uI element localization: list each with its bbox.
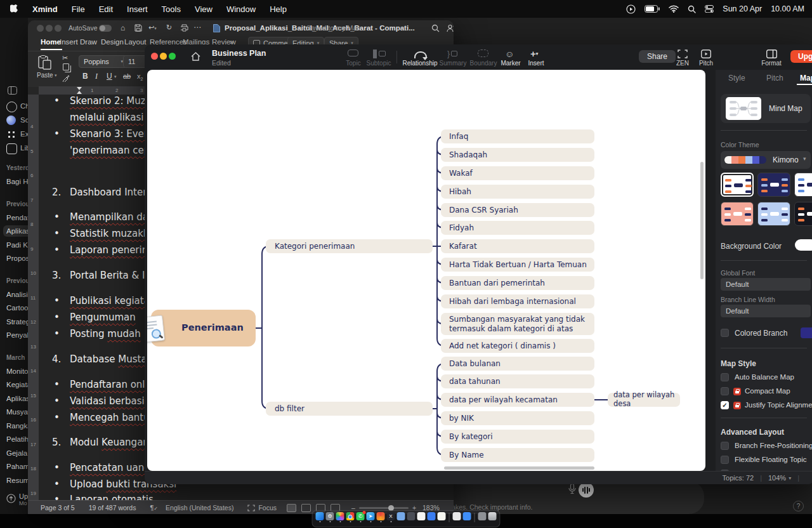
save-icon[interactable] [134,24,142,32]
sidebar-nav-exp[interactable]: Exp [20,130,28,138]
menu-item-window[interactable]: Window [226,4,256,14]
menu-item-insert[interactable]: Insert [127,4,148,14]
sidebar-chat-item[interactable]: Musyaw [6,408,28,416]
subtopic-node[interactable]: Kafarat [441,239,594,253]
minimize-button[interactable] [160,53,167,60]
subtopic-node[interactable]: Hibah dari lembaga internasional [441,294,594,308]
strikethrough-button[interactable]: ab [123,72,131,80]
indent-marker-hanging[interactable] [77,91,82,94]
structure-card[interactable]: Mind Map [721,94,811,123]
dock-item-whatsapp[interactable]: ✆ [357,512,365,522]
language-indicator[interactable]: English (United States) [166,504,233,512]
dock-item-xmind[interactable]: X [387,512,395,522]
textedit-icon[interactable] [453,512,461,520]
dock-item-textedit[interactable] [453,512,461,520]
menu-app-name[interactable]: Xmind [32,4,58,14]
sidebar-chat-item[interactable]: Bagi Has [6,178,28,185]
horizontal-scrollbar[interactable] [444,466,594,470]
theme-option[interactable] [757,173,790,197]
close-button[interactable] [151,53,158,60]
zoom-chevron-icon[interactable]: ▾ [789,475,791,481]
tab-layout[interactable]: Layout [124,38,147,46]
sidebar-chat-item[interactable]: Pendafta [6,214,28,221]
insert-icon[interactable]: +▾ [530,50,542,58]
share-person-icon[interactable] [447,24,454,32]
home-icon[interactable] [190,51,201,62]
zoom-button[interactable] [169,53,176,60]
safari-icon[interactable]: ➤ [367,512,375,520]
tab-design[interactable]: Design [101,38,124,46]
sidebar-chat-item[interactable]: Kegiatan [6,381,28,388]
proofing-icon[interactable]: ¶✓ [150,504,158,512]
control-center-icon[interactable] [705,5,714,13]
sidebar-chat-item[interactable]: Paham A [6,463,28,470]
panel-tab-style[interactable]: Style [728,74,745,82]
library-icon[interactable] [6,143,17,154]
subtopic-node[interactable]: Infaq [441,129,594,143]
pinwheel-icon[interactable] [377,512,385,520]
upgrade-icon[interactable] [6,494,16,503]
global-font-select[interactable]: Default [721,278,811,291]
branch-width-select[interactable]: Default [721,305,811,317]
subtopic-node[interactable]: Fidyah [441,221,594,235]
marker-icon[interactable]: ☺ [505,50,516,58]
menu-item-edit[interactable]: Edit [99,4,113,14]
menu-item-file[interactable]: File [72,4,85,14]
sidebar-chat-item[interactable]: Gejala [6,449,28,457]
sidebar-chat-item[interactable]: Padi Ken [6,241,28,249]
focus-label[interactable]: Focus [258,504,277,512]
subscript-button[interactable]: x2 [137,72,143,81]
home-icon[interactable]: ⌂ [121,23,125,32]
advanced-0-checkbox[interactable] [721,442,729,450]
paste-label[interactable]: Paste [37,72,53,79]
undo-icon[interactable]: ↩▾ [148,23,157,32]
explore-icon[interactable] [6,129,16,139]
menu-item-view[interactable]: View [195,4,213,14]
subtopic-node[interactable]: data per wilayah desa [608,393,680,407]
sidebar-chat-item[interactable]: Proposa [6,254,28,262]
sidebar-nav-sor[interactable]: Sor [20,116,28,124]
dock-item-folder[interactable] [397,512,405,520]
subtopic-node[interactable]: data per wilayah kecamatan [441,393,594,407]
wifi-icon[interactable] [669,5,679,13]
help-button[interactable]: ? [793,501,804,512]
cut-icon[interactable]: ✂ [62,54,68,62]
dock-item-safari[interactable]: ➤ [367,512,375,522]
theme-option[interactable] [794,173,812,197]
finder-icon[interactable] [316,512,324,520]
dock-item-app-blue[interactable] [428,512,436,520]
tab-home[interactable]: Home [41,38,61,46]
app-icon[interactable] [463,512,471,520]
sidebar-chat-item[interactable]: Penyakit [6,331,28,339]
topic-kategori-penerimaan[interactable]: Kategori penerimaan [266,239,433,253]
subtopic-node[interactable]: Data bulanan [441,357,594,371]
zoom-button[interactable] [55,25,62,32]
map-style-1-checkbox[interactable] [721,387,729,395]
font-name-select[interactable]: Poppins▾ [79,55,128,68]
root-topic-penerimaan[interactable]: Penerimaan [151,310,256,346]
pitch-icon[interactable] [701,50,711,58]
subtopic-node[interactable]: Harta Tidak Bertuan / Harta Temuan [441,258,594,272]
subtopic-node[interactable]: Bantuan dari pemerintah [441,276,594,290]
folder-icon[interactable] [397,512,405,520]
colored-branch-checkbox[interactable] [721,329,729,337]
mic-icon[interactable] [568,484,576,494]
theme-option-selected[interactable] [721,173,754,197]
search-icon[interactable] [431,24,440,32]
sidebar-toggle-icon[interactable] [8,86,17,95]
sidebar-chat-item[interactable]: Rangkai [6,422,28,430]
pitch-label[interactable]: Pitch [684,60,728,67]
theme-option[interactable] [757,202,790,226]
mindmap-canvas[interactable]: PenerimaanKategori penerimaandb filterIn… [147,70,705,471]
read-mode-view-icon[interactable] [301,504,311,512]
voice-mode-button[interactable] [579,482,594,498]
subtopic-button[interactable]: Subtopic [357,60,401,67]
zoom-slider[interactable] [359,507,409,509]
dock-item-camera[interactable] [407,512,416,520]
theme-select[interactable]: Kimono ▾ [721,151,811,169]
map-style-2-checkbox[interactable]: ✓ [721,401,729,409]
preview-icon[interactable] [417,512,426,520]
upgrade-button[interactable]: Upgrade [790,50,812,63]
menubar-time[interactable]: 10.00 AM [771,4,804,13]
panel-tab-pitch[interactable]: Pitch [766,74,783,82]
